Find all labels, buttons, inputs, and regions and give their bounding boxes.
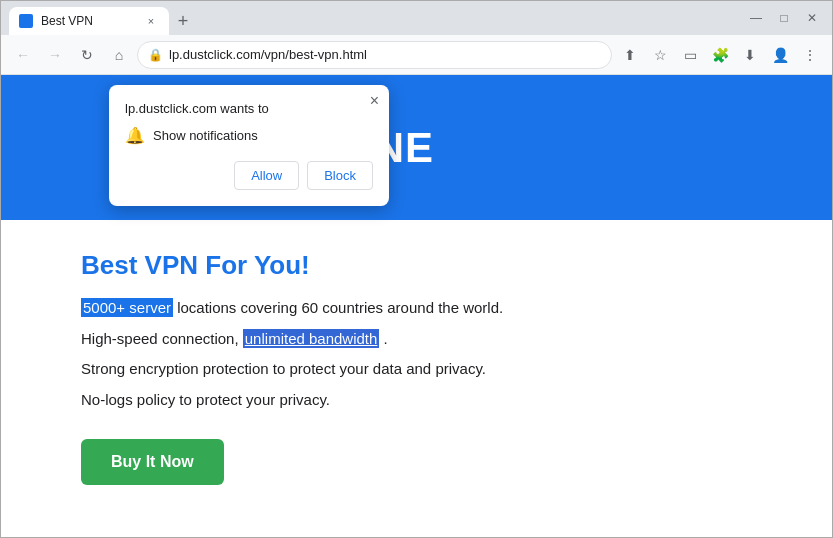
refresh-icon: ↻ [81,47,93,63]
block-button[interactable]: Block [307,161,373,190]
back-icon: ← [16,47,30,63]
browser-toolbar: ← → ↻ ⌂ 🔒 lp.dustclick.com/vpn/best-vpn.… [1,35,832,75]
window-minimize-button[interactable]: — [744,6,768,30]
address-text: lp.dustclick.com/vpn/best-vpn.html [169,47,367,62]
extensions-button[interactable]: 🧩 [706,41,734,69]
tab-strip: Best VPN × + [9,1,740,35]
address-bar[interactable]: 🔒 lp.dustclick.com/vpn/best-vpn.html [137,41,612,69]
toolbar-right-icons: ⬆ ☆ ▭ 🧩 ⬇ 👤 ⋮ [616,41,824,69]
home-icon: ⌂ [115,47,123,63]
cast-button[interactable]: ▭ [676,41,704,69]
popup-row: 🔔 Show notifications [125,126,373,145]
new-tab-button[interactable]: + [169,7,197,35]
bell-icon: 🔔 [125,126,145,145]
main-content: Best VPN For You! 5000+ server locations… [1,220,832,515]
window-close-button[interactable]: ✕ [800,6,824,30]
window-controls: — □ ✕ [744,6,824,30]
menu-icon: ⋮ [803,47,817,63]
tab-close-button[interactable]: × [143,13,159,29]
tab-favicon [19,14,33,28]
feature1-after: locations covering 60 countries around t… [177,299,503,316]
feature-line-3: Strong encryption protection to protect … [81,358,752,381]
tab-label: Best VPN [41,14,135,28]
popup-title: lp.dustclick.com wants to [125,101,373,116]
feature-line-1: 5000+ server locations covering 60 count… [81,297,752,320]
page-content: FE ONLINE Best VPN For You! 5000+ server… [1,75,832,537]
lock-icon: 🔒 [148,48,163,62]
share-button[interactable]: ⬆ [616,41,644,69]
feature1-highlight: 5000+ server [81,298,173,317]
allow-button[interactable]: Allow [234,161,299,190]
feature2-highlight: unlimited bandwidth [243,329,380,348]
cast-icon: ▭ [684,47,697,63]
menu-button[interactable]: ⋮ [796,41,824,69]
popup-close-button[interactable]: × [370,93,379,109]
home-button[interactable]: ⌂ [105,41,133,69]
feature2-after: . [384,330,388,347]
browser-tab[interactable]: Best VPN × [9,7,169,35]
downloads-button[interactable]: ⬇ [736,41,764,69]
forward-icon: → [48,47,62,63]
notification-popup: × lp.dustclick.com wants to 🔔 Show notif… [109,85,389,206]
bookmark-button[interactable]: ☆ [646,41,674,69]
downloads-icon: ⬇ [744,47,756,63]
profile-icon: 👤 [772,47,789,63]
main-title: Best VPN For You! [81,250,752,281]
popup-actions: Allow Block [125,161,373,190]
popup-row-text: Show notifications [153,128,258,143]
browser-window: Best VPN × + — □ ✕ ← → ↻ ⌂ 🔒 lp.dustclic… [0,0,833,538]
back-button[interactable]: ← [9,41,37,69]
refresh-button[interactable]: ↻ [73,41,101,69]
share-icon: ⬆ [624,47,636,63]
title-bar: Best VPN × + — □ ✕ [1,1,832,35]
profile-button[interactable]: 👤 [766,41,794,69]
feature-line-2: High-speed connection, unlimited bandwid… [81,328,752,351]
extensions-icon: 🧩 [712,47,729,63]
buy-now-button[interactable]: Buy It Now [81,439,224,485]
feature-line-4: No-logs policy to protect your privacy. [81,389,752,412]
window-maximize-button[interactable]: □ [772,6,796,30]
forward-button[interactable]: → [41,41,69,69]
feature2-before: High-speed connection, [81,330,243,347]
bookmark-icon: ☆ [654,47,667,63]
